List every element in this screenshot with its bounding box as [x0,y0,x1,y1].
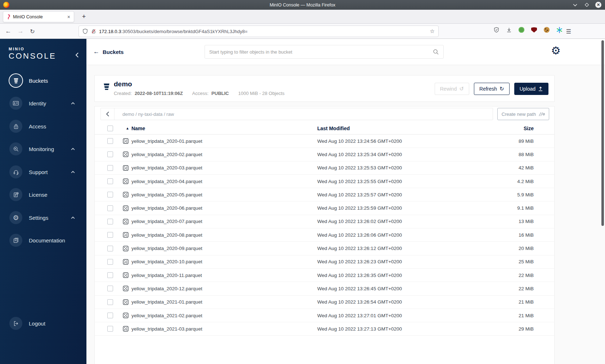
tab-title: MinIO Console [13,14,67,19]
column-header-name[interactable]: Name [131,126,145,131]
scrollbar-thumb[interactable] [601,40,604,226]
row-checkbox[interactable] [107,151,113,157]
chevron-up-icon[interactable] [71,148,75,150]
tab-minio-console[interactable]: MinIO Console × [3,11,74,22]
url-text[interactable]: 172.18.0.3:30503/buckets/demo/browse/bnk… [99,29,430,34]
row-checkbox[interactable] [107,313,113,318]
sidebar-item-license[interactable]: License [0,185,86,205]
downloads-icon[interactable] [506,27,512,33]
row-checkbox[interactable] [107,299,113,305]
sidebar-item-buckets[interactable]: Buckets [0,70,86,91]
object-name[interactable]: yellow_tripdata_2020-05.parquet [131,192,202,197]
sidebar-item-settings[interactable]: ⚙ Settings [0,208,86,228]
refresh-icon: ↻ [499,86,504,92]
row-checkbox[interactable] [107,326,113,332]
sidebar-item-support[interactable]: Support [0,162,86,182]
column-header-modified[interactable]: Last Modified [317,126,494,131]
logo-minio: MINIO [9,47,56,51]
object-row[interactable]: yellow_tripdata_2020-06.parquet Wed Aug … [95,201,554,215]
sidebar-item-access[interactable]: Access [0,116,86,136]
object-name[interactable]: yellow_tripdata_2020-10.parquet [131,259,202,264]
object-row[interactable]: yellow_tripdata_2020-08.parquet Wed Aug … [95,228,554,242]
chevron-up-icon[interactable] [71,102,75,105]
reload-button[interactable]: ↻ [28,27,37,36]
colorful-asterisk-icon[interactable] [556,27,563,33]
back-to-buckets-link[interactable]: ← Buckets [93,48,124,55]
url-bar[interactable]: 172.18.0.3:30503/buckets/demo/browse/bnk… [79,26,439,37]
create-new-path-button[interactable]: Create new path [497,108,549,120]
row-checkbox[interactable] [107,205,113,211]
breadcrumb[interactable]: demo / ny-taxi-data / raw [122,112,174,117]
object-name[interactable]: yellow_tripdata_2020-11.parquet [131,273,202,278]
new-tab-button[interactable]: + [79,12,89,21]
object-row[interactable]: yellow_tripdata_2020-09.parquet Wed Aug … [95,242,554,255]
bookmark-star-button[interactable]: ☆ [430,28,435,35]
row-checkbox[interactable] [107,165,113,171]
object-row[interactable]: yellow_tripdata_2020-12.parquet Wed Aug … [95,282,554,295]
row-checkbox[interactable] [107,286,113,291]
object-name[interactable]: yellow_tripdata_2020-07.parquet [131,219,202,224]
object-row[interactable]: yellow_tripdata_2020-10.parquet Wed Aug … [95,255,554,269]
object-name[interactable]: yellow_tripdata_2020-08.parquet [131,232,202,238]
pocket-shield-icon[interactable] [493,27,499,33]
buckets-icon [9,74,22,87]
sidebar-item-logout[interactable]: Logout [0,313,86,333]
hamburger-menu-button[interactable]: ☰ [564,27,573,36]
object-name[interactable]: yellow_tripdata_2020-01.parquet [131,138,202,144]
object-name[interactable]: yellow_tripdata_2020-03.parquet [131,165,202,170]
maximize-button[interactable] [584,2,590,8]
tab-close-button[interactable]: × [67,14,71,20]
close-button[interactable]: ✕ [595,2,601,8]
select-all-checkbox[interactable] [107,126,113,131]
object-filter-input[interactable] [209,49,433,55]
row-checkbox[interactable] [107,138,113,144]
column-header-size[interactable]: Size [494,126,534,131]
object-row[interactable]: yellow_tripdata_2021-01.parquet Wed Aug … [95,296,554,309]
object-row[interactable]: yellow_tripdata_2020-07.parquet Wed Aug … [95,215,554,228]
console-settings-gear-button[interactable]: ⚙ [551,45,561,56]
object-row[interactable]: yellow_tripdata_2020-05.parquet Wed Aug … [95,188,554,201]
row-checkbox[interactable] [107,232,113,238]
insecure-lock-icon[interactable] [91,28,96,34]
object-row[interactable]: yellow_tripdata_2021-03.parquet Wed Aug … [95,322,554,336]
sidebar-item-monitoring[interactable]: Monitoring [0,139,86,159]
forward-button[interactable]: → [16,27,25,36]
rewind-button[interactable]: Rewind↺ [435,83,469,95]
extension-green-icon[interactable] [518,27,525,33]
tracking-shield-icon[interactable] [82,28,88,34]
row-checkbox[interactable] [107,219,113,224]
row-checkbox[interactable] [107,272,113,278]
row-checkbox[interactable] [107,246,113,251]
upload-icon [538,86,543,91]
path-back-button[interactable] [101,108,115,120]
object-name[interactable]: yellow_tripdata_2020-09.parquet [131,246,202,251]
object-row[interactable]: yellow_tripdata_2020-02.parquet Wed Aug … [95,148,554,161]
upload-button[interactable]: Upload [514,83,548,95]
row-checkbox[interactable] [107,192,113,197]
back-button[interactable]: ← [4,27,13,36]
minimize-button[interactable] [572,2,578,8]
object-row[interactable]: yellow_tripdata_2020-03.parquet Wed Aug … [95,161,554,175]
sidebar-item-identity[interactable]: Identity [0,93,86,113]
object-name[interactable]: yellow_tripdata_2021-03.parquet [131,326,202,332]
cookie-extension-icon[interactable] [543,27,550,33]
sidebar-collapse-button[interactable] [75,53,79,58]
object-name[interactable]: yellow_tripdata_2021-01.parquet [131,299,202,305]
object-row[interactable]: yellow_tripdata_2020-04.parquet Wed Aug … [95,175,554,188]
object-name[interactable]: yellow_tripdata_2020-02.parquet [131,152,202,157]
refresh-button[interactable]: Refresh↻ [474,83,510,95]
chevron-up-icon[interactable] [71,217,75,219]
chevron-up-icon[interactable] [71,171,75,173]
object-row[interactable]: yellow_tripdata_2020-11.parquet Wed Aug … [95,269,554,282]
object-row[interactable]: yellow_tripdata_2020-01.parquet Wed Aug … [95,135,554,148]
object-row[interactable]: yellow_tripdata_2021-02.parquet Wed Aug … [95,309,554,322]
object-name[interactable]: yellow_tripdata_2020-12.parquet [131,286,202,291]
row-checkbox[interactable] [107,259,113,265]
ublock-origin-icon[interactable] [531,27,537,33]
object-name[interactable]: yellow_tripdata_2020-06.parquet [131,205,202,211]
sidebar-item-documentation[interactable]: Documentation [0,230,86,250]
row-checkbox[interactable] [107,178,113,184]
object-name[interactable]: yellow_tripdata_2020-04.parquet [131,179,202,184]
object-name[interactable]: yellow_tripdata_2021-02.parquet [131,313,202,318]
sort-asc-icon[interactable]: ▲ [126,126,129,130]
